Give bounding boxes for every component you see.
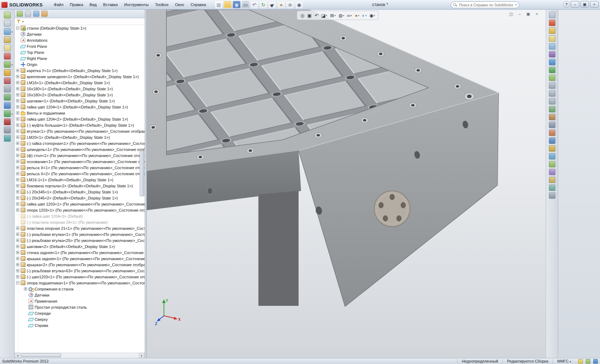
configurationmanager-tab[interactable] (33, 11, 39, 17)
tree-item[interactable]: крепление шпинделя<1> (Default<<Default>… (15, 74, 145, 80)
design-library-icon[interactable]: ▾ (4, 28, 11, 35)
expander-icon[interactable] (16, 257, 19, 260)
tree-item[interactable]: каретка У<1> (Default<<Default>_Display … (15, 67, 145, 74)
table-icon[interactable]: ▾ (4, 94, 11, 101)
new-document-button[interactable]: ▤ (215, 1, 222, 8)
menu-item[interactable]: Вид (86, 1, 100, 8)
dimension-icon[interactable] (549, 106, 555, 112)
tree-item[interactable]: (-) резьбовая втулка<1> (По умолчанию<<П… (15, 231, 145, 237)
expander-icon[interactable] (16, 148, 19, 151)
book-icon[interactable]: ▾ (4, 118, 11, 125)
scroll-left-button[interactable]: ◂ (15, 353, 20, 358)
tree-item[interactable]: LM16-1<1> (Default<<Default>_Display Sta… (15, 177, 145, 183)
dropdown-caret-icon[interactable]: ▾ (326, 14, 328, 17)
expander-icon[interactable] (16, 178, 19, 181)
dropdown-caret-icon[interactable]: ▾ (334, 14, 336, 17)
expander-icon[interactable] (16, 166, 19, 169)
expander-icon[interactable] (16, 239, 19, 242)
expander-icon[interactable] (16, 111, 19, 115)
restore-button[interactable]: ▣ (580, 1, 589, 7)
tree-item[interactable]: основание<1> (По умолчанию<<По умолчанию… (15, 158, 145, 165)
undo-button[interactable]: ↶ (251, 1, 258, 8)
trim-icon[interactable] (549, 130, 555, 136)
expander-icon[interactable] (16, 99, 19, 102)
menu-item[interactable]: Вставка (100, 1, 121, 8)
dropdown-caret-icon[interactable]: ▾ (374, 14, 375, 17)
zoom-area-button[interactable]: ▣ ▾ (306, 12, 312, 19)
menu-item[interactable]: Инструменты (121, 1, 152, 8)
tree-item[interactable]: (-) швп1203<1> (По умолчанию<<По умолчан… (15, 274, 145, 280)
tree-item[interactable]: (-) гайка стопорная<1> (По умолчанию<<По… (15, 140, 145, 146)
dropdown-caret-icon[interactable]: ▾ (343, 14, 344, 17)
expander-icon[interactable] (16, 154, 19, 157)
spring-icon[interactable]: ▾ (4, 61, 11, 68)
rebuild-button[interactable]: ↻ (260, 1, 267, 8)
dropdown-caret-icon[interactable]: ▾ (351, 14, 352, 17)
zoom-tool-icon[interactable]: ▾ (4, 135, 11, 142)
tree-item[interactable]: крышка<2> (По умолчанию<<По умолчанию>_С… (15, 262, 145, 268)
tree-item[interactable]: Origin (15, 61, 145, 67)
scroll-thumb[interactable] (21, 353, 61, 357)
view-settings-button[interactable]: ◉ ▾ (368, 12, 376, 19)
collapse-pane-icon[interactable] (549, 12, 555, 18)
tree-item[interactable]: (-) гайка швп 1204<3> (Default) (15, 213, 145, 219)
tree-item[interactable]: опора 1203<1> (По умолчанию<<По умолчани… (15, 207, 145, 213)
tree-item[interactable]: шпиндель<1> (По умолчанию<<По умолчанию>… (15, 146, 145, 152)
tree-item[interactable]: Top Plane (15, 49, 145, 55)
options-button[interactable]: ⊛ (286, 1, 294, 8)
shell-icon[interactable] (549, 177, 555, 183)
tree-item[interactable]: стенка задняя<1> (По умолчанию<<По умолч… (15, 249, 145, 256)
expander-icon[interactable] (16, 172, 19, 175)
scenes-icon[interactable] (549, 67, 555, 73)
custom-properties-icon[interactable] (549, 75, 555, 81)
mirror-icon[interactable] (549, 122, 555, 128)
tree-item[interactable]: (ф) стол<1> (По умолчанию<<По умолчанию>… (15, 152, 145, 158)
propertymanager-tab[interactable] (25, 11, 31, 17)
tree-item[interactable]: пластина опорная 21<1> (По умолчанию<<По… (15, 225, 145, 231)
search-input[interactable] (458, 2, 514, 7)
expander-icon[interactable] (16, 251, 19, 254)
sketch-circle-icon[interactable] (549, 98, 555, 105)
expander-icon[interactable] (16, 160, 19, 163)
tree-item[interactable]: LM20<1> (Default<<Default>_Display State… (15, 134, 145, 140)
tree-item[interactable]: боковина портала<2> (Default<<Default>_D… (15, 183, 145, 189)
tree-item[interactable]: Сверху (15, 316, 145, 322)
tree-root-item[interactable]: станок (Default<Display State-1>) (15, 25, 145, 31)
web-help-icon[interactable] (593, 359, 598, 364)
note-icon[interactable] (578, 359, 583, 364)
tree-item[interactable]: шаговик<2> (Default<<Default>_Display St… (15, 243, 145, 249)
expander-icon[interactable] (16, 275, 19, 278)
tree-item[interactable]: 16x180<2> (Default<<Default>_Display Sta… (15, 92, 145, 98)
tree-item[interactable]: крышка задняя<1> (По умолчанию<<По умолч… (15, 256, 145, 262)
help-search-box[interactable]: ▾ (451, 1, 519, 8)
expander-icon[interactable] (16, 190, 19, 193)
featuremanager-tab[interactable] (17, 11, 23, 17)
tree-item[interactable]: LM16<1> (Default<<Default>_Display State… (15, 80, 145, 86)
expander-icon[interactable] (16, 263, 19, 266)
minimize-button[interactable]: – (571, 1, 579, 7)
tree-item[interactable]: Датчики (15, 292, 145, 298)
tree-item[interactable]: шаговик<1> (Default<<Default>_Display St… (15, 98, 145, 104)
model-bearing-flange[interactable] (374, 191, 410, 227)
dropdown-caret-icon[interactable]: ▾ (365, 14, 367, 17)
section-view-button[interactable]: ◪ ▾ (320, 12, 329, 19)
doc-restore-button[interactable]: ▣ (525, 11, 532, 17)
chart-icon[interactable]: ▾ (4, 102, 11, 109)
expander-icon[interactable] (16, 75, 19, 78)
pattern-icon[interactable] (549, 184, 555, 191)
fillet-icon[interactable] (549, 145, 555, 152)
revolve-icon[interactable] (549, 161, 555, 167)
settings-icon[interactable] (549, 192, 555, 199)
zoom-fit-button[interactable]: ◎ ▾ (299, 12, 305, 19)
view-orientation-button[interactable]: ⊞ ▾ (329, 12, 336, 19)
appearances-icon[interactable] (549, 59, 555, 65)
expander-icon[interactable] (16, 269, 19, 272)
graphics-viewport[interactable]: ◎ ▾ ▣ ▾ ↶ ▾ ◪ ▾ (147, 10, 546, 358)
hide-show-items-button[interactable]: ∞ ▾ (346, 12, 353, 19)
save-button[interactable]: ▣ (233, 1, 240, 8)
apply-scene-button[interactable]: ◐ ▾ (361, 12, 368, 19)
tree-vertical-scrollbar-thumb[interactable] (140, 151, 144, 196)
tree-item[interactable]: Сопряжения в станок (15, 286, 145, 292)
doc-close-button[interactable]: × (533, 11, 540, 17)
viewport-3d-model[interactable] (147, 10, 546, 358)
